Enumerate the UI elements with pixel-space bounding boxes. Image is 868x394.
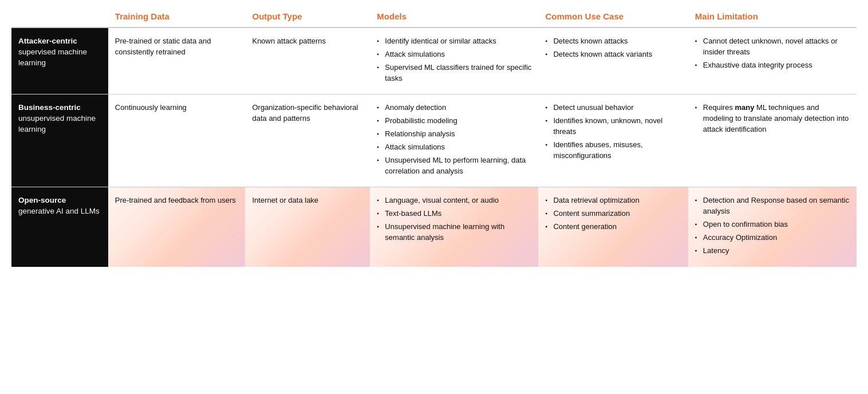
cell-use-case-open-source: Data retrieval optimizationContent summa… [538, 187, 688, 267]
list-item: Data retrieval optimization [545, 195, 681, 206]
header-output: Output Type [245, 6, 370, 27]
cell-limitation-open-source: Detection and Response based on semantic… [688, 187, 857, 267]
list-item: Identifies abuses, misuses, misconfigura… [545, 140, 681, 161]
cell-output-open-source: Internet or data lake [245, 187, 370, 267]
table-container: Training Data Output Type Models Common … [0, 0, 868, 278]
list-item: Unsupervised ML to perform learning, dat… [377, 155, 531, 177]
list-item: Language, visual content, or audio [377, 195, 531, 206]
list-item: Content generation [545, 222, 681, 233]
cell-models-attacker-centric: Identify identical or similar attacksAtt… [370, 27, 538, 94]
list-item: Probabilistic modeling [377, 116, 531, 127]
list-item: Open to confirmation bias [695, 219, 850, 230]
list-item: Attack simulations [377, 49, 531, 60]
list-item: Relationship analysis [377, 129, 531, 140]
header-row: Training Data Output Type Models Common … [11, 6, 857, 27]
list-item: Attack simulations [377, 142, 531, 153]
header-limitation: Main Limitation [688, 6, 857, 27]
cell-limitation-attacker-centric: Cannot detect unknown, novel attacks or … [688, 27, 857, 94]
list-item: Exhaustive data integrity process [695, 60, 850, 71]
list-item: Anomaly detection [377, 103, 531, 113]
list-item: Unsupervised machine learning with seman… [377, 222, 531, 243]
row-header-open-source: Open-sourcegenerative AI and LLMs [11, 187, 108, 267]
list-item: Identifies known, unknown, novel threats [545, 116, 681, 137]
header-models: Models [370, 6, 538, 27]
comparison-table: Training Data Output Type Models Common … [11, 6, 857, 267]
table-row-business-centric: Business-centricunsupervised machine lea… [11, 94, 857, 187]
list-item: Requires many ML techniques and modeling… [695, 103, 850, 135]
list-item: Content summarization [545, 208, 681, 219]
list-item: Cannot detect unknown, novel attacks or … [695, 36, 850, 58]
row-header-attacker-centric: Attacker-centricsupervised machine learn… [11, 27, 108, 94]
cell-use-case-attacker-centric: Detects known attacksDetects known attac… [538, 27, 688, 94]
cell-limitation-business-centric: Requires many ML techniques and modeling… [688, 94, 857, 187]
table-row-attacker-centric: Attacker-centricsupervised machine learn… [11, 27, 857, 94]
list-item: Accuracy Optimization [695, 233, 850, 243]
cell-models-open-source: Language, visual content, or audioText-b… [370, 187, 538, 267]
list-item: Detects known attacks [545, 36, 681, 47]
list-item: Identify identical or similar attacks [377, 36, 531, 47]
list-item: Detects known attack variants [545, 49, 681, 60]
list-item: Detect unusual behavior [545, 103, 681, 113]
header-use-case: Common Use Case [538, 6, 688, 27]
header-training: Training Data [108, 6, 246, 27]
cell-training-business-centric: Continuously learning [108, 94, 246, 187]
list-item: Latency [695, 246, 850, 257]
cell-output-business-centric: Organization-specific behavioral data an… [245, 94, 370, 187]
cell-training-open-source: Pre-trained and feedback from users [108, 187, 246, 267]
cell-training-attacker-centric: Pre-trained or static data and consisten… [108, 27, 246, 94]
header-col0 [11, 6, 108, 27]
cell-use-case-business-centric: Detect unusual behaviorIdentifies known,… [538, 94, 688, 187]
table-row-open-source: Open-sourcegenerative AI and LLMsPre-tra… [11, 187, 857, 267]
list-item: Detection and Response based on semantic… [695, 195, 850, 217]
list-item: Supervised ML classifiers trained for sp… [377, 62, 531, 84]
cell-models-business-centric: Anomaly detectionProbabilistic modelingR… [370, 94, 538, 187]
cell-output-attacker-centric: Known attack patterns [245, 27, 370, 94]
row-header-business-centric: Business-centricunsupervised machine lea… [11, 94, 108, 187]
list-item: Text-based LLMs [377, 208, 531, 219]
